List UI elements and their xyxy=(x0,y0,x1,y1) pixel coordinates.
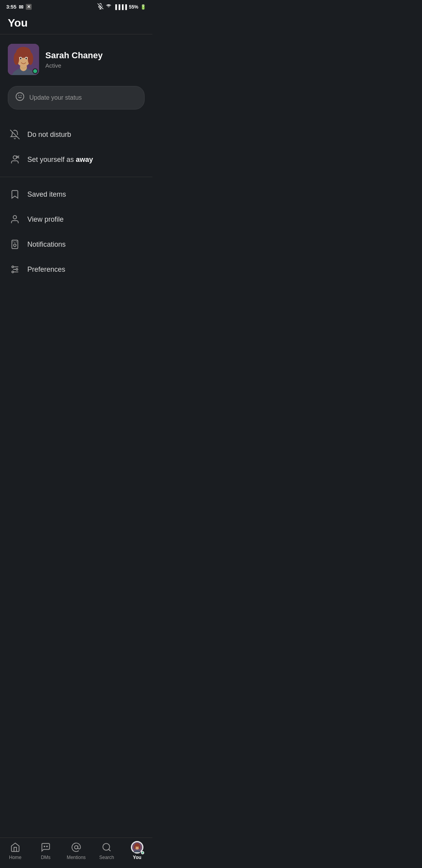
svg-point-22 xyxy=(13,215,17,219)
do-not-disturb-label: Do not disturb xyxy=(27,131,71,139)
do-not-disturb-item[interactable]: Do not disturb xyxy=(0,122,152,147)
view-profile-item[interactable]: View profile xyxy=(0,207,152,232)
page-header: You xyxy=(0,12,152,34)
notifications-label: Notifications xyxy=(27,240,66,249)
set-away-label: Set yourself as away xyxy=(27,156,93,164)
mute-icon xyxy=(97,3,104,11)
svg-rect-23 xyxy=(12,240,18,249)
svg-line-18 xyxy=(10,130,20,139)
status-placeholder: Update your status xyxy=(29,94,82,101)
menu-section-1: Do not disturb Set yourself as away xyxy=(0,117,152,177)
wifi-icon xyxy=(106,3,112,11)
profile-info: Sarah Chaney Active xyxy=(45,50,103,69)
status-update-button[interactable]: Update your status xyxy=(8,86,145,109)
mail-icon: ✉ xyxy=(19,4,23,10)
svg-point-31 xyxy=(12,266,13,267)
user-icon xyxy=(9,214,20,225)
svg-point-15 xyxy=(16,93,24,100)
svg-point-10 xyxy=(28,52,33,65)
avatar-container xyxy=(8,44,39,75)
bookmark-icon xyxy=(9,189,20,200)
view-profile-label: View profile xyxy=(27,215,64,224)
preferences-label: Preferences xyxy=(27,265,65,274)
profile-name: Sarah Chaney xyxy=(45,50,103,61)
svg-point-33 xyxy=(12,271,13,273)
status-bar: 3:55 ✉ ✕ ▐▐▐▐ 55% 🔋 xyxy=(0,0,152,12)
signal-icon: ▐▐▐▐ xyxy=(114,4,127,10)
saved-items-item[interactable]: Saved items xyxy=(0,182,152,207)
preferences-icon xyxy=(9,264,20,275)
online-indicator xyxy=(32,68,38,74)
page-title: You xyxy=(8,17,145,29)
menu-section-2: Saved items View profile xyxy=(0,177,152,287)
svg-point-14 xyxy=(25,57,27,59)
battery-icon: 🔋 xyxy=(140,4,146,10)
svg-point-24 xyxy=(14,244,16,247)
svg-point-9 xyxy=(14,52,19,65)
profile-status: Active xyxy=(45,62,103,69)
time: 3:55 xyxy=(6,4,16,10)
emoji-icon xyxy=(15,92,25,104)
svg-point-32 xyxy=(16,269,18,270)
preferences-item[interactable]: Preferences xyxy=(0,257,152,282)
battery-text: 55% xyxy=(129,4,138,10)
status-bar-right: ▐▐▐▐ 55% 🔋 xyxy=(97,3,146,11)
svg-point-13 xyxy=(20,57,21,59)
user-away-icon xyxy=(9,154,20,165)
status-input-section: Update your status xyxy=(0,83,152,117)
notifications-icon xyxy=(9,239,20,250)
svg-point-19 xyxy=(13,156,17,159)
set-away-item[interactable]: Set yourself as away xyxy=(0,147,152,172)
status-bar-left: 3:55 ✉ ✕ xyxy=(6,4,32,10)
notifications-item[interactable]: Notifications xyxy=(0,232,152,257)
saved-items-label: Saved items xyxy=(27,190,66,199)
profile-section: Sarah Chaney Active xyxy=(0,34,152,83)
bell-off-icon xyxy=(9,129,20,140)
notification-icon: ✕ xyxy=(26,4,32,10)
